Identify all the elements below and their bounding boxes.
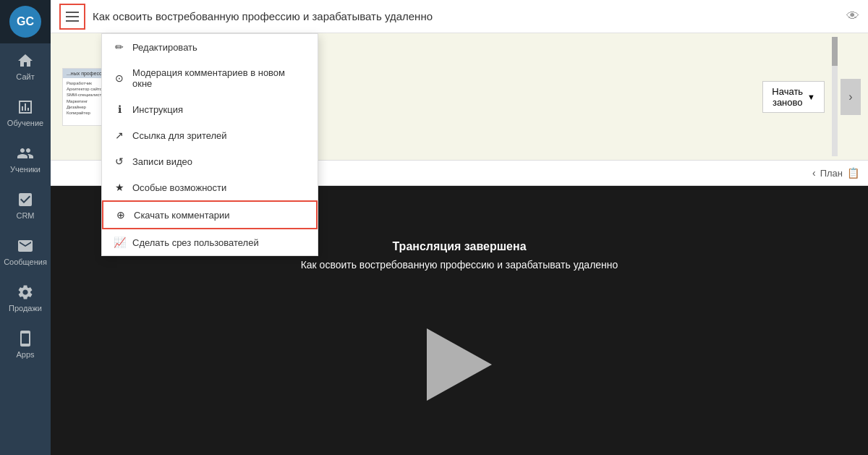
- dropdown-item-moderate[interactable]: ⊙ Модерация комментариев в новом окне: [102, 60, 318, 96]
- video-status: Трансляция завершена: [392, 240, 526, 253]
- scrollbar-vertical[interactable]: [832, 37, 838, 156]
- gear-icon: [17, 284, 34, 301]
- logo[interactable]: GC: [0, 0, 51, 43]
- play-button[interactable]: [427, 328, 492, 401]
- edit-icon: ✏: [114, 41, 125, 53]
- slice-icon: 📈: [114, 237, 125, 248]
- header: Как освоить востребованную профессию и з…: [51, 0, 868, 33]
- sidebar-item-site[interactable]: Сайт: [0, 43, 51, 90]
- people-icon: [17, 145, 34, 162]
- hamburger-line-1: [66, 12, 79, 13]
- dropdown-item-edit[interactable]: ✏ Редактировать: [102, 34, 318, 60]
- chart-icon: [17, 98, 34, 116]
- hamburger-button[interactable]: [59, 4, 85, 30]
- main-content: Как освоить востребованную профессию и з…: [51, 0, 868, 455]
- envelope-icon: [17, 237, 34, 255]
- dropdown-item-user-slice[interactable]: 📈 Сделать срез пользователей: [102, 229, 318, 255]
- slides-nav-right[interactable]: ›: [841, 79, 861, 115]
- plan-button[interactable]: ‹ План 📋: [812, 167, 859, 179]
- logo-inner: GC: [9, 6, 41, 38]
- eye-icon[interactable]: 👁: [846, 9, 859, 24]
- plan-calendar-icon: 📋: [847, 167, 859, 179]
- sidebar-item-learning[interactable]: Обучение: [0, 90, 51, 136]
- chevron-left-icon: ‹: [812, 167, 816, 179]
- dropdown-item-download-comments[interactable]: ⊕ Скачать комментарии: [102, 200, 318, 229]
- hamburger-line-2: [66, 16, 79, 17]
- video-icon: ↺: [114, 156, 125, 167]
- link-icon: ↗: [114, 129, 125, 141]
- sidebar-item-crm[interactable]: CRM: [0, 182, 51, 229]
- info-icon: ℹ: [114, 103, 125, 115]
- dropdown-menu: ✏ Редактировать ⊙ Модерация комментариев…: [101, 33, 318, 256]
- phone-icon: [17, 330, 34, 347]
- dropdown-item-special[interactable]: ★ Особые возможности: [102, 174, 318, 200]
- hamburger-line-3: [66, 20, 79, 22]
- check-square-icon: [17, 191, 34, 208]
- house-icon: [17, 52, 34, 69]
- moderate-icon: ⊙: [114, 72, 125, 84]
- page-title: Как освоить востребованную профессию и з…: [93, 10, 839, 22]
- sidebar-item-messages[interactable]: Сообщения: [0, 229, 51, 275]
- star-icon: ★: [114, 182, 125, 193]
- sidebar-item-students[interactable]: Ученики: [0, 136, 51, 182]
- dropdown-arrow-icon: ▼: [807, 93, 815, 101]
- sidebar-item-apps[interactable]: Apps: [0, 321, 51, 367]
- sidebar-item-sales[interactable]: Продажи: [0, 275, 51, 321]
- begin-again-button[interactable]: Начать заново ▼: [762, 81, 825, 113]
- sidebar: GC Сайт Обучение Ученики CRM Сообщения П…: [0, 0, 51, 455]
- video-title: Как освоить востребованную профессию и з…: [301, 259, 618, 271]
- dropdown-item-viewer-link[interactable]: ↗ Ссылка для зрителей: [102, 122, 318, 148]
- dropdown-item-instruction[interactable]: ℹ Инструкция: [102, 96, 318, 122]
- scrollbar-thumb: [832, 37, 838, 66]
- download-icon: ⊕: [115, 209, 127, 221]
- dropdown-item-video-records[interactable]: ↺ Записи видео: [102, 148, 318, 174]
- chevron-right-icon: ›: [848, 90, 852, 103]
